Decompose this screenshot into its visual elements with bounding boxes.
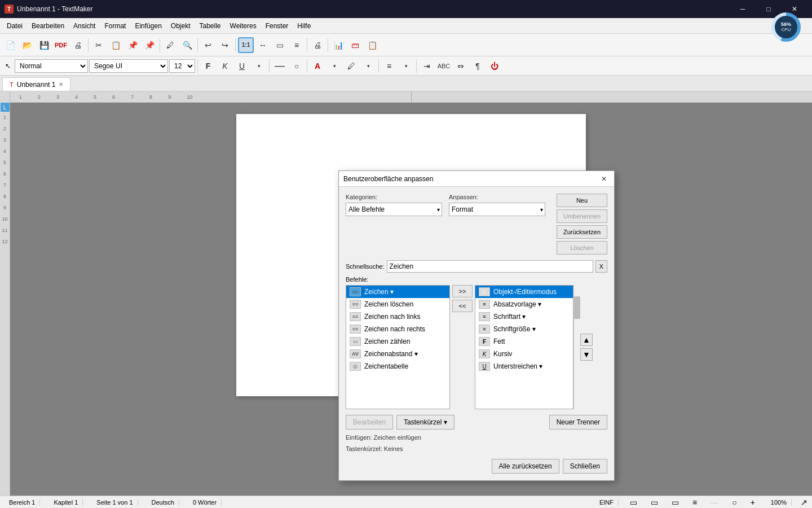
menu-hilfe[interactable]: Hilfe [293, 20, 315, 32]
command-item-zeichen[interactable]: ≡≡ Zeichen ▾ [346, 286, 449, 298]
schnellsuche-clear-button[interactable]: X [595, 260, 607, 273]
font-color-dropdown[interactable]: ▾ [326, 58, 342, 74]
menu-format[interactable]: Format [100, 20, 130, 32]
search-button[interactable]: 🔍 [179, 37, 195, 53]
format-item-objekt[interactable]: ↖ Objekt-/Editiermodus [475, 286, 573, 298]
right-list-scrollbar[interactable] [573, 285, 580, 409]
command-item-zeichen-links[interactable]: ≡≡ Zeichen nach links [346, 310, 449, 323]
bold-button[interactable]: F [200, 58, 216, 74]
font-select[interactable]: Segoe UI [89, 59, 168, 73]
italic-button[interactable]: K [217, 58, 233, 74]
status-woerter: 0 Wörter [188, 499, 222, 506]
command-item-zeichen-rechts[interactable]: ≡≡ Zeichen nach rechts [346, 323, 449, 335]
transfer-left-button[interactable]: << [452, 300, 473, 312]
format-item-absatzvorlage[interactable]: ≡ Absatzvorlage ▾ [475, 298, 573, 310]
cut-button[interactable]: ✂ [91, 37, 107, 53]
transfer-right-button[interactable]: >> [452, 285, 473, 297]
command-item-zeichenabstand[interactable]: AV Zeichenabstand ▾ [346, 348, 449, 360]
tab-close-btn[interactable]: ✕ [59, 81, 63, 87]
undo-button[interactable]: ↩ [200, 37, 216, 53]
command-item-zeichentabelle[interactable]: ◎ Zeichentabelle [346, 360, 449, 373]
redo-button[interactable]: ↪ [217, 37, 233, 53]
zoom-double-button[interactable]: ≡ [289, 37, 304, 53]
strikethrough-button[interactable]: — [272, 58, 288, 74]
anpassen-select[interactable]: Format [449, 203, 545, 216]
pdf-button[interactable]: PDF [53, 37, 69, 53]
pilcrow-button[interactable]: ¶ [470, 58, 486, 74]
view-icon-1[interactable]: ▭ [628, 498, 639, 507]
copy-button[interactable]: 📋 [108, 37, 123, 53]
kategorien-select[interactable]: Alle Befehle [346, 203, 442, 216]
menu-bearbeiten[interactable]: Bearbeiten [27, 20, 69, 32]
format-item-schriftart[interactable]: ≡ Schriftart ▾ [475, 310, 573, 323]
format-item-kursiv[interactable]: K Kursiv [475, 348, 573, 360]
dialog-close-button[interactable]: ✕ [598, 173, 610, 185]
format-item-fett[interactable]: F Fett [475, 335, 573, 348]
minimize-button[interactable]: ─ [730, 0, 756, 18]
document-tab[interactable]: T Unbenannt 1 ✕ [2, 77, 70, 91]
view-icon-4[interactable]: ≡ [690, 498, 699, 507]
expand-icon[interactable]: ↗ [801, 498, 807, 507]
format-item-schriftgroesse[interactable]: ≡ Schriftgröße ▾ [475, 323, 573, 335]
save-button[interactable]: 💾 [36, 37, 52, 53]
menu-ansicht[interactable]: Ansicht [69, 20, 100, 32]
zoom-minus-icon[interactable]: — [708, 498, 721, 507]
format-item-unterstreichen[interactable]: U Unterstreichen ▾ [475, 360, 573, 373]
tastenkurzel-button[interactable]: Tastenkürzel ▾ [396, 415, 454, 430]
zoom-page-button[interactable]: ▭ [272, 37, 288, 53]
underline-dropdown[interactable]: ▾ [251, 58, 267, 74]
menu-datei[interactable]: Datei [2, 20, 27, 32]
zoom-fit-button[interactable]: ↔ [255, 37, 271, 53]
zoom-plus-icon[interactable]: + [748, 498, 757, 507]
neu-button[interactable]: Neu [557, 194, 607, 207]
database-button[interactable]: 🗃 [347, 37, 363, 53]
paste-button[interactable]: 📌 [125, 37, 140, 53]
indent-button[interactable]: ⇥ [419, 58, 435, 74]
loeschen-button[interactable]: Löschen [557, 241, 607, 255]
menu-objekt[interactable]: Objekt [166, 20, 195, 32]
font-color-button[interactable]: A [310, 58, 325, 74]
neuer-trenner-button[interactable]: Neuer Trenner [549, 415, 607, 430]
bullets-button[interactable]: ≡ [381, 58, 397, 74]
menu-fenster[interactable]: Fenster [261, 20, 293, 32]
zuruecksetzen-button[interactable]: Zurücksetzen [557, 225, 607, 239]
bullets-dropdown[interactable]: ▾ [398, 58, 414, 74]
highlight-button[interactable]: 🖊 [343, 58, 359, 74]
menu-tabelle[interactable]: Tabelle [195, 20, 226, 32]
open-button[interactable]: 📂 [19, 37, 35, 53]
schliessen-button[interactable]: Schließen [563, 459, 607, 474]
format-label-kursiv: Kursiv [493, 350, 512, 358]
menu-einfuegen[interactable]: Einfügen [130, 20, 166, 32]
ruler-tick: 2 [38, 94, 41, 100]
command-item-zeichen-zaehlen[interactable]: ▭ Zeichen zählen [346, 335, 449, 348]
chart-button[interactable]: 📊 [330, 37, 346, 53]
zoom-slider[interactable]: ○ [730, 498, 739, 507]
zoom-100-button[interactable]: 1:1 [238, 37, 254, 53]
power-button[interactable]: ⏻ [487, 58, 502, 74]
command-label-zeichen-zaehlen: Zeichen zählen [364, 338, 410, 345]
schnellsuche-input[interactable] [387, 260, 593, 273]
underline-button[interactable]: U [234, 58, 250, 74]
spell-check-button[interactable]: ABC [436, 58, 452, 74]
view-icon-3[interactable]: ▭ [669, 498, 681, 507]
umbenennen-button[interactable]: Umbenennen [557, 209, 607, 223]
ltr-rtl-button[interactable]: ⇔ [453, 58, 469, 74]
view-icon-2[interactable]: ▭ [648, 498, 660, 507]
alle-zuruecksetzen-button[interactable]: Alle zurücksetzen [492, 459, 559, 474]
paste-special-button[interactable]: 📌 [142, 37, 157, 53]
highlight-dropdown[interactable]: ▾ [360, 58, 376, 74]
mail-button[interactable]: 📋 [364, 37, 380, 53]
move-up-button[interactable]: ▲ [580, 334, 593, 346]
font-size-select[interactable]: 12 [169, 59, 195, 73]
move-down-button[interactable]: ▼ [580, 348, 593, 361]
schnellsuche-row: Schnellsuche: X [346, 260, 607, 273]
menu-weiteres[interactable]: Weiteres [226, 20, 261, 32]
print-quick-button[interactable]: 🖨 [70, 37, 86, 53]
command-item-zeichen-loeschen[interactable]: ≡≡ Zeichen löschen [346, 298, 449, 310]
print-button[interactable]: 🖨 [310, 37, 325, 53]
highlighter-button[interactable]: 🖊 [162, 37, 178, 53]
new-button[interactable]: 📄 [2, 37, 18, 53]
bearbeiten-button[interactable]: Bearbeiten [346, 415, 393, 430]
paragraph-style-select[interactable]: Normal [15, 59, 88, 73]
circle-button[interactable]: ○ [289, 58, 304, 74]
